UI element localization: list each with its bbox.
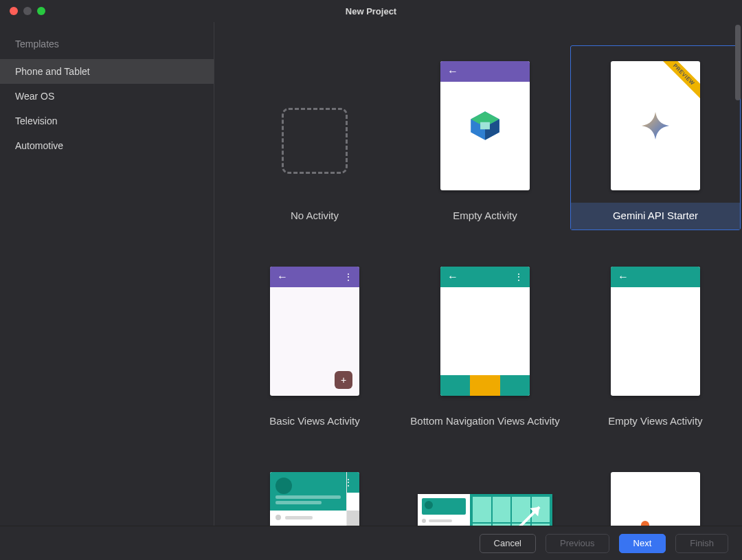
- back-arrow-icon: ←: [618, 271, 629, 283]
- button-label: Finish: [690, 538, 714, 548]
- sidebar-title: Templates: [0, 38, 214, 59]
- minimize-window-button[interactable]: [23, 7, 32, 15]
- template-card-bottom-navigation-views-activity[interactable]: ← ⋮ Bottom Navigation Views Activity: [400, 251, 570, 436]
- button-label: Cancel: [494, 538, 521, 548]
- fab-add-icon: +: [335, 371, 352, 389]
- template-card-responsive-views[interactable]: [400, 456, 570, 526]
- back-arrow-icon: ←: [277, 271, 288, 283]
- button-label: Previous: [560, 538, 595, 548]
- compose-logo-icon: [467, 108, 503, 144]
- window-title: New Project: [346, 6, 396, 16]
- finish-button: Finish: [675, 534, 728, 553]
- template-card-gemini-api-starter[interactable]: PREVIEW Gemini API Starter: [570, 45, 741, 230]
- vertical-scrollbar[interactable]: [735, 25, 741, 100]
- sidebar-item-label: Television: [15, 115, 57, 126]
- sidebar-item-automotive[interactable]: Automotive: [0, 133, 214, 158]
- titlebar: New Project: [0, 0, 742, 22]
- template-card-game-activity[interactable]: [570, 456, 741, 526]
- responsive-grid-icon: [470, 494, 552, 526]
- window-controls: [10, 7, 45, 15]
- preview-badge: PREVIEW: [653, 61, 700, 104]
- gemini-star-icon: [642, 112, 669, 139]
- dashed-placeholder-icon: [282, 108, 348, 174]
- svg-marker-3: [480, 122, 490, 129]
- bottom-nav-icon: [440, 375, 530, 396]
- overflow-menu-icon: ⋮: [514, 271, 523, 282]
- resize-arrow-icon: [477, 502, 545, 526]
- svg-point-7: [641, 521, 649, 526]
- template-label: Empty Activity: [401, 203, 570, 229]
- template-label: Empty Views Activity: [571, 408, 740, 435]
- template-label: Basic Views Activity: [230, 408, 399, 435]
- dialog-footer: Cancel Previous Next Finish: [0, 526, 742, 560]
- sidebar-item-label: Automotive: [15, 140, 63, 151]
- template-card-basic-views-activity[interactable]: ← ⋮ + Basic Views Activity: [229, 251, 400, 436]
- sidebar-item-wear-os[interactable]: Wear OS: [0, 84, 214, 109]
- template-label: Bottom Navigation Views Activity: [401, 408, 570, 435]
- sidebar-item-phone-and-tablet[interactable]: Phone and Tablet: [0, 59, 214, 84]
- next-button[interactable]: Next: [619, 534, 666, 553]
- sidebar-item-label: Phone and Tablet: [15, 66, 90, 77]
- previous-button: Previous: [546, 534, 609, 553]
- template-label: No Activity: [230, 203, 399, 229]
- gamepad-icon: [631, 521, 679, 526]
- sidebar-item-television[interactable]: Television: [0, 109, 214, 133]
- close-window-button[interactable]: [10, 7, 18, 15]
- nav-drawer-preview: [270, 472, 347, 526]
- overflow-menu-icon: ⋮: [344, 271, 352, 282]
- template-gallery: No Activity ← Empty Activity: [214, 22, 742, 526]
- cancel-button[interactable]: Cancel: [480, 534, 536, 553]
- templates-sidebar: Templates Phone and Tablet Wear OS Telev…: [0, 22, 214, 526]
- template-card-no-activity[interactable]: No Activity: [229, 45, 400, 230]
- template-label: Gemini API Starter: [571, 203, 740, 229]
- template-card-empty-views-activity[interactable]: ← Empty Views Activity: [570, 251, 741, 436]
- template-card-navigation-drawer[interactable]: ⋮: [229, 456, 400, 526]
- tablet-sidebar-preview: [418, 494, 470, 526]
- back-arrow-icon: ←: [447, 271, 458, 283]
- back-arrow-icon: ←: [447, 65, 458, 78]
- svg-line-4: [483, 507, 539, 526]
- button-label: Next: [633, 538, 652, 548]
- zoom-window-button[interactable]: [37, 7, 45, 15]
- sidebar-item-label: Wear OS: [15, 91, 54, 102]
- template-card-empty-activity[interactable]: ← Empty Activity: [400, 45, 570, 230]
